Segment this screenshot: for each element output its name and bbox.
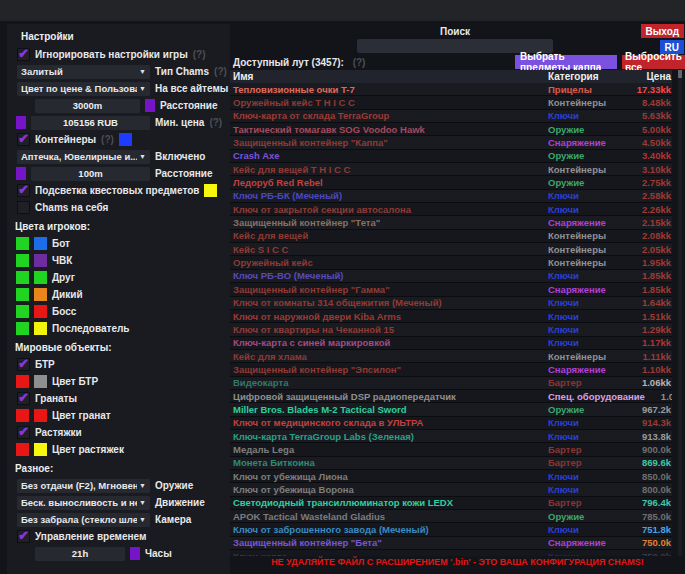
container-distance-color-swatch[interactable] xyxy=(16,167,26,180)
min-price-color-swatch[interactable] xyxy=(16,116,26,129)
visible-color-swatch[interactable] xyxy=(16,271,29,284)
hours-input[interactable]: 21h xyxy=(35,547,125,561)
player-color-swatch[interactable] xyxy=(34,237,47,250)
loot-row[interactable]: Кейс для вещей T H I C CКонтейнеры3.10kk xyxy=(230,163,672,176)
table-scrollbar[interactable] xyxy=(678,70,682,556)
loot-row[interactable]: Защищенный контейнер "Эпсилон"Снаряжение… xyxy=(230,363,672,376)
container-filter-dropdown[interactable]: Аптечка, Ювелирные и... ▼ xyxy=(17,150,150,164)
visible-color-swatch[interactable] xyxy=(16,254,29,267)
loot-row[interactable]: Ключ-карта с синей маркировкойКлючи1.17k… xyxy=(230,337,672,350)
help-icon[interactable]: (?) xyxy=(353,57,366,68)
loot-row[interactable]: Ключ от медицинского склада в УЛЬТРАКлюч… xyxy=(230,417,672,430)
distance-input[interactable]: 3000m xyxy=(35,99,140,113)
object-color-label: Цвет гранат xyxy=(52,410,111,421)
loot-row[interactable]: Ключ от убежища ВоронаКлючи800.0k xyxy=(230,483,672,496)
chams-type-dropdown[interactable]: Залитый ▼ xyxy=(17,65,150,79)
item-name: Видеокарта xyxy=(230,377,548,388)
player-color-swatch[interactable] xyxy=(34,254,47,267)
loot-row[interactable]: Ключ РБ-БК (Меченый)Ключи2.58kk xyxy=(230,190,672,203)
loot-row[interactable]: Miller Bros. Blades M-2 Tactical SwordОр… xyxy=(230,403,672,416)
loot-row[interactable]: Crash AxeОружие3.40kk xyxy=(230,150,672,163)
loot-row[interactable]: Защищенный контейнер "Гамма"Снаряжение1.… xyxy=(230,283,672,296)
loot-row[interactable]: Ключ-карта ...Ключи750.0k xyxy=(230,550,672,556)
loot-row[interactable]: Ключ от убежища ЛионаКлючи850.0k xyxy=(230,470,672,483)
world-object-checkbox[interactable] xyxy=(17,392,30,405)
object-color-swatch[interactable] xyxy=(16,409,29,422)
loot-row[interactable]: Кейс для вещейКонтейнеры2.08kk xyxy=(230,230,672,243)
loot-row[interactable]: Ключ от наружной двери Kiba ArmsКлючи1.5… xyxy=(230,310,672,323)
world-object-checkbox[interactable] xyxy=(17,426,30,439)
loot-row[interactable]: Монета БиткоинаБартер869.6k xyxy=(230,457,672,470)
column-header-price[interactable]: Цена xyxy=(626,71,672,82)
loot-row[interactable]: Ключ от квартиры на Чеканной 15Ключи1.29… xyxy=(230,323,672,336)
discard-all-button[interactable]: Выбросить все xyxy=(622,55,685,69)
object-color-swatch[interactable] xyxy=(34,443,47,456)
help-icon[interactable]: (?) xyxy=(193,49,206,60)
scrollbar-thumb[interactable] xyxy=(678,70,682,78)
containers-checkbox[interactable] xyxy=(17,133,30,146)
loot-row[interactable]: Медаль LegaБартер900.0k xyxy=(230,443,672,456)
loot-row[interactable]: ВидеокартаБартер1.06kk xyxy=(230,377,672,390)
loot-row[interactable]: Защищенный контейнер "Каппа"Снаряжение4.… xyxy=(230,136,672,149)
loot-row[interactable]: Ключ от заброшенного завода (Меченый)Клю… xyxy=(230,523,672,536)
loot-row[interactable]: Ключ от комнаты 314 общежития (Меченый)К… xyxy=(230,297,672,310)
column-header-name[interactable]: Имя xyxy=(230,71,548,82)
loot-row[interactable]: Защищенный контейнер "Тета"Снаряжение2.1… xyxy=(230,216,672,229)
loot-row[interactable]: Ключ от закрытой секции автосалонаКлючи2… xyxy=(230,203,672,216)
loot-row[interactable]: Цифровой защищенный DSP радиопередатчикС… xyxy=(230,390,672,403)
column-header-category[interactable]: Категория xyxy=(548,71,626,82)
visible-color-swatch[interactable] xyxy=(16,237,29,250)
camera-dropdown[interactable]: Без забрала (стекло шлема) ▼ xyxy=(17,513,150,527)
loot-row[interactable]: Кейс S I C CКонтейнеры2.05kk xyxy=(230,243,672,256)
quest-highlight-checkbox[interactable] xyxy=(17,184,30,197)
item-price: 1.51kk xyxy=(626,311,672,322)
player-color-swatch[interactable] xyxy=(34,288,47,301)
select-kappa-items-button[interactable]: Выбрать предметы каппа xyxy=(515,55,617,69)
item-price: 8.48kk xyxy=(626,97,672,108)
visible-color-swatch[interactable] xyxy=(16,322,29,335)
loot-row[interactable]: Защищенный контейнер "Бета"Снаряжение750… xyxy=(230,537,672,550)
player-color-swatch[interactable] xyxy=(34,305,47,318)
loot-row[interactable]: Тактический томагавк SOG Voodoo HawkОруж… xyxy=(230,123,672,136)
containers-color-swatch[interactable] xyxy=(119,133,132,146)
player-color-swatch[interactable] xyxy=(34,322,47,335)
help-icon[interactable]: (?) xyxy=(101,134,114,145)
ignore-game-settings-checkbox[interactable] xyxy=(17,48,30,61)
loot-row[interactable]: Тепловизионные очки T-7Прицелы17.33kk xyxy=(230,83,672,96)
color-mode-dropdown[interactable]: Цвет по цене & Пользователь ▼ xyxy=(17,82,150,96)
item-category: Контейнеры xyxy=(548,97,626,108)
object-color-swatch[interactable] xyxy=(16,375,29,388)
movement-dropdown[interactable]: Беск. выносливость и нет уста ▼ xyxy=(17,496,150,510)
visible-color-swatch[interactable] xyxy=(16,305,29,318)
loot-row[interactable]: Ключ РБ-ВО (Меченый)Ключи1.85kk xyxy=(230,270,672,283)
camera-label: Камера xyxy=(155,514,191,525)
chams-self-checkbox[interactable] xyxy=(17,201,30,214)
loot-row[interactable]: Ключ-карта TerraGroup Labs (Зеленая)Ключ… xyxy=(230,430,672,443)
exit-button[interactable]: Выход xyxy=(641,24,684,38)
help-icon[interactable]: (?) xyxy=(209,117,222,128)
object-color-swatch[interactable] xyxy=(34,375,47,388)
distance-color-swatch[interactable] xyxy=(145,99,155,112)
loot-row[interactable]: Оружейный кейс T H I C CКонтейнеры8.48kk xyxy=(230,96,672,109)
chams-self-row: Chams на себя xyxy=(7,199,230,216)
loot-row[interactable]: Ледоруб Red RebelОружие2.75kk xyxy=(230,176,672,189)
min-price-input[interactable]: 105156 RUB xyxy=(31,116,150,130)
object-color-swatch[interactable] xyxy=(34,409,47,422)
object-color-swatch[interactable] xyxy=(16,443,29,456)
loot-row[interactable]: Оружейный кейсКонтейнеры1.95kk xyxy=(230,256,672,269)
help-icon[interactable]: (?) xyxy=(214,66,227,77)
item-category: Снаряжение xyxy=(548,217,626,228)
container-distance-input[interactable]: 100m xyxy=(31,167,150,181)
loot-row[interactable]: Ключ-карта от склада TerraGroupКлючи5.63… xyxy=(230,110,672,123)
player-color-swatch[interactable] xyxy=(34,271,47,284)
weapon-dropdown[interactable]: Без отдачи (F2), Мгновенное п ▼ xyxy=(17,479,150,493)
quest-highlight-color-swatch[interactable] xyxy=(204,184,217,197)
loot-row[interactable]: Светодиодный трансиллюминатор кожи LEDXБ… xyxy=(230,497,672,510)
world-object-checkbox[interactable] xyxy=(17,358,30,371)
hours-color-swatch[interactable] xyxy=(130,547,140,560)
time-control-checkbox[interactable] xyxy=(17,530,30,543)
visible-color-swatch[interactable] xyxy=(16,288,29,301)
loot-row[interactable]: APOK Tactical Wasteland GladiusОружие785… xyxy=(230,510,672,523)
settings-title: Настройки xyxy=(7,24,230,46)
loot-row[interactable]: Кейс для хламаКонтейнеры1.11kk xyxy=(230,350,672,363)
